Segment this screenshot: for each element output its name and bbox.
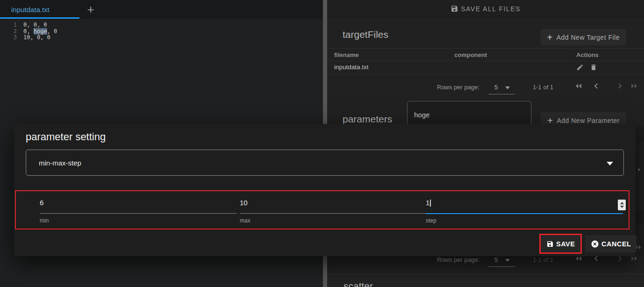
add-parameter-label: Add New Parameter xyxy=(557,117,620,124)
cancel-button[interactable]: CANCEL xyxy=(585,235,637,252)
number-stepper[interactable] xyxy=(618,200,626,210)
rows-per-page-label: Rows per page: xyxy=(437,256,479,263)
save-button-highlight: SAVE xyxy=(539,234,582,254)
code-text: 10, 0, 0 xyxy=(17,35,50,41)
rows-per-page-select[interactable]: 5 xyxy=(494,256,498,263)
stepper-down-icon[interactable] xyxy=(620,206,624,208)
add-target-file-label: Add New Target File xyxy=(557,34,620,41)
code-editor[interactable]: 1 0, 0, 0 2 0, hoge, 0 3 10, 0, 0 xyxy=(0,22,318,41)
save-button-label: SAVE xyxy=(556,240,575,248)
table-row-sliver xyxy=(636,210,644,224)
rows-per-page-label: Rows per page: xyxy=(437,84,479,91)
scatter-section: scatter xyxy=(327,273,644,287)
add-target-file-button[interactable]: + Add New Target File xyxy=(541,29,627,45)
code-line: 2 0, hoge, 0 xyxy=(0,29,318,35)
code-line: 1 0, 0, 0 xyxy=(0,22,318,29)
page-range-label: 1-1 of 1 xyxy=(533,84,553,91)
input-underline-focused xyxy=(426,213,623,214)
input-underline xyxy=(40,213,237,214)
prev-page-icon[interactable] xyxy=(592,81,601,91)
col-actions: Actions xyxy=(576,51,599,58)
chevron-down-icon xyxy=(607,162,613,165)
min-value: 6 xyxy=(40,199,43,207)
parameters-heading: parameters xyxy=(343,114,392,125)
save-button[interactable]: SAVE xyxy=(541,235,580,252)
min-field[interactable]: 6 min xyxy=(40,191,238,230)
line-number: 1 xyxy=(0,22,17,29)
cancel-circle-x-icon xyxy=(591,240,599,248)
edit-pencil-icon[interactable] xyxy=(576,64,584,71)
max-field[interactable]: 10 max xyxy=(240,191,438,230)
editor-tabbar: inputdata.txt + xyxy=(0,0,324,19)
next-page-icon[interactable] xyxy=(636,166,643,173)
stepper-up-icon[interactable] xyxy=(620,202,624,204)
dialog-title: parameter setting xyxy=(26,131,106,143)
table-row-sliver xyxy=(636,127,644,141)
highlighted-token: hoge xyxy=(34,28,47,35)
targetfiles-table-header: filename component Actions xyxy=(327,48,644,61)
max-value: 10 xyxy=(240,199,248,207)
rows-per-page-select[interactable]: 5 xyxy=(494,84,498,91)
parameter-name-value: hoge xyxy=(414,111,429,119)
active-tab-indicator xyxy=(0,17,79,19)
cancel-button-label: CANCEL xyxy=(601,240,631,248)
plus-icon: + xyxy=(547,33,553,42)
select-underline xyxy=(488,266,515,267)
chevron-down-icon[interactable] xyxy=(505,259,510,262)
chevron-down-icon[interactable] xyxy=(505,86,510,89)
first-page-icon[interactable] xyxy=(574,81,583,91)
code-text: 0, hoge, 0 xyxy=(17,29,57,35)
line-number: 3 xyxy=(0,35,17,41)
min-max-step-fields-highlight: 6 min 10 max 1 step xyxy=(15,190,630,230)
row-filename: inputdata.txt xyxy=(334,64,369,71)
min-label: min xyxy=(40,217,49,224)
text-cursor xyxy=(430,200,431,207)
tab-title: inputdata.txt xyxy=(11,6,50,14)
code-line: 3 10, 0, 0 xyxy=(0,35,318,41)
plus-icon: + xyxy=(87,2,94,17)
save-icon xyxy=(451,5,458,13)
input-underline xyxy=(240,213,437,214)
delete-trash-icon[interactable] xyxy=(590,64,597,71)
selected-type-value: min-max-step xyxy=(39,159,81,167)
page-range-label: 1-1 of 1 xyxy=(533,256,553,263)
max-label: max xyxy=(240,217,250,224)
tab-inputdata[interactable]: inputdata.txt xyxy=(0,0,79,19)
save-icon xyxy=(546,240,554,248)
new-tab-button[interactable]: + xyxy=(82,1,99,18)
targetfiles-pagination: Rows per page: 5 1-1 of 1 xyxy=(327,79,644,95)
step-field[interactable]: 1 step xyxy=(426,191,624,230)
last-page-icon[interactable] xyxy=(630,81,639,91)
targetfiles-heading: targetFiles xyxy=(343,29,388,40)
scatter-heading: scatter xyxy=(343,280,373,287)
col-filename: filename xyxy=(334,51,359,58)
step-value: 1 xyxy=(426,199,431,207)
save-all-label: SAVE ALL FILES xyxy=(461,5,521,13)
parameter-type-select[interactable]: min-max-step xyxy=(26,150,624,176)
next-page-icon[interactable] xyxy=(615,81,624,91)
step-label: step xyxy=(426,217,436,224)
code-text: 0, 0, 0 xyxy=(17,22,47,29)
col-component: component xyxy=(454,51,487,58)
parameter-setting-dialog: parameter setting min-max-step 6 min 10 … xyxy=(14,124,636,256)
line-number: 2 xyxy=(0,29,17,35)
save-all-button[interactable]: SAVE ALL FILES xyxy=(327,0,644,18)
select-underline xyxy=(488,94,515,94)
table-row[interactable]: inputdata.txt xyxy=(327,61,644,74)
